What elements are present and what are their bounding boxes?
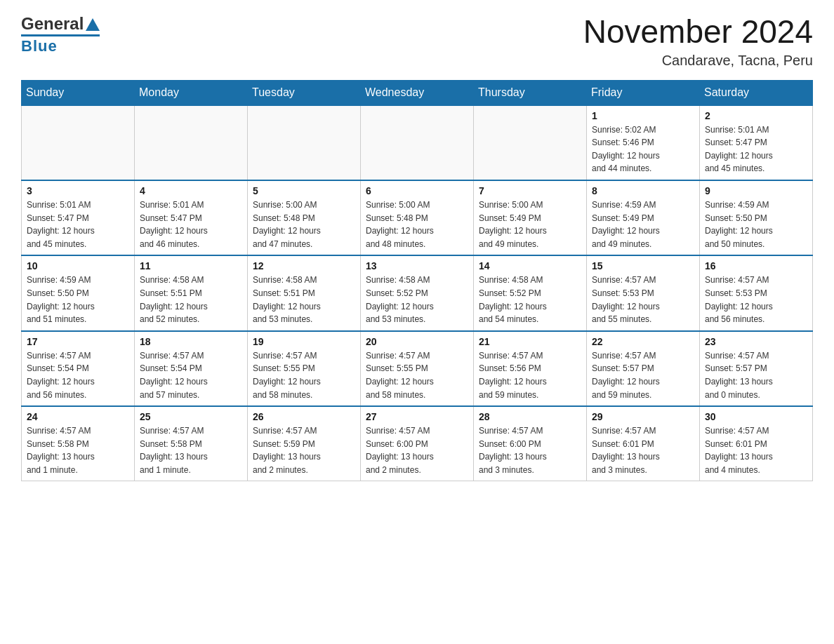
day-info: Sunrise: 4:58 AM Sunset: 5:51 PM Dayligh… [140,274,242,326]
calendar-cell: 8Sunrise: 4:59 AM Sunset: 5:49 PM Daylig… [587,180,700,255]
day-info: Sunrise: 4:57 AM Sunset: 5:57 PM Dayligh… [592,349,694,401]
calendar-subtitle: Candarave, Tacna, Peru [583,53,813,69]
calendar-cell: 2Sunrise: 5:01 AM Sunset: 5:47 PM Daylig… [700,105,813,180]
calendar-cell: 4Sunrise: 5:01 AM Sunset: 5:47 PM Daylig… [135,180,248,255]
day-header-saturday: Saturday [700,80,813,105]
calendar-cell: 22Sunrise: 4:57 AM Sunset: 5:57 PM Dayli… [587,331,700,406]
week-row-5: 24Sunrise: 4:57 AM Sunset: 5:58 PM Dayli… [22,406,813,481]
day-header-tuesday: Tuesday [248,80,361,105]
calendar-cell: 19Sunrise: 4:57 AM Sunset: 5:55 PM Dayli… [248,331,361,406]
day-info: Sunrise: 4:58 AM Sunset: 5:52 PM Dayligh… [366,274,468,326]
day-info: Sunrise: 5:01 AM Sunset: 5:47 PM Dayligh… [27,199,129,250]
calendar-cell: 12Sunrise: 4:58 AM Sunset: 5:51 PM Dayli… [248,255,361,330]
day-number: 28 [479,411,581,422]
day-header-wednesday: Wednesday [361,80,474,105]
calendar-cell: 5Sunrise: 5:00 AM Sunset: 5:48 PM Daylig… [248,180,361,255]
calendar-cell: 25Sunrise: 4:57 AM Sunset: 5:58 PM Dayli… [135,406,248,481]
day-info: Sunrise: 5:01 AM Sunset: 5:47 PM Dayligh… [140,199,242,250]
day-number: 22 [592,336,694,347]
day-info: Sunrise: 5:00 AM Sunset: 5:48 PM Dayligh… [366,199,468,250]
calendar-cell [248,105,361,180]
day-number: 2 [705,110,807,121]
day-info: Sunrise: 5:00 AM Sunset: 5:48 PM Dayligh… [253,199,355,250]
day-number: 16 [705,260,807,271]
day-info: Sunrise: 4:57 AM Sunset: 5:53 PM Dayligh… [592,274,694,326]
calendar-cell [474,105,587,180]
calendar-cell: 18Sunrise: 4:57 AM Sunset: 5:54 PM Dayli… [135,331,248,406]
day-info: Sunrise: 4:59 AM Sunset: 5:50 PM Dayligh… [27,274,129,326]
day-number: 19 [253,336,355,347]
day-number: 27 [366,411,468,422]
calendar-cell: 1Sunrise: 5:02 AM Sunset: 5:46 PM Daylig… [587,105,700,180]
day-info: Sunrise: 4:58 AM Sunset: 5:52 PM Dayligh… [479,274,581,326]
day-number: 25 [140,411,242,422]
day-number: 4 [140,185,242,196]
day-info: Sunrise: 4:57 AM Sunset: 5:58 PM Dayligh… [140,424,242,476]
day-header-row: SundayMondayTuesdayWednesdayThursdayFrid… [22,80,813,105]
calendar-cell: 11Sunrise: 4:58 AM Sunset: 5:51 PM Dayli… [135,255,248,330]
calendar-cell: 3Sunrise: 5:01 AM Sunset: 5:47 PM Daylig… [22,180,135,255]
calendar-cell: 6Sunrise: 5:00 AM Sunset: 5:48 PM Daylig… [361,180,474,255]
day-number: 7 [479,185,581,196]
calendar-cell: 24Sunrise: 4:57 AM Sunset: 5:58 PM Dayli… [22,406,135,481]
calendar-cell: 14Sunrise: 4:58 AM Sunset: 5:52 PM Dayli… [474,255,587,330]
logo-blue-text: Blue [21,34,100,55]
day-number: 13 [366,260,468,271]
day-number: 5 [253,185,355,196]
calendar-cell [361,105,474,180]
calendar-cell: 26Sunrise: 4:57 AM Sunset: 5:59 PM Dayli… [248,406,361,481]
calendar-cell: 10Sunrise: 4:59 AM Sunset: 5:50 PM Dayli… [22,255,135,330]
day-number: 18 [140,336,242,347]
calendar-cell: 15Sunrise: 4:57 AM Sunset: 5:53 PM Dayli… [587,255,700,330]
calendar-cell: 29Sunrise: 4:57 AM Sunset: 6:01 PM Dayli… [587,406,700,481]
calendar-cell: 17Sunrise: 4:57 AM Sunset: 5:54 PM Dayli… [22,331,135,406]
day-info: Sunrise: 4:59 AM Sunset: 5:49 PM Dayligh… [592,199,694,250]
calendar-cell [135,105,248,180]
day-info: Sunrise: 4:57 AM Sunset: 6:01 PM Dayligh… [592,424,694,476]
day-info: Sunrise: 4:59 AM Sunset: 5:50 PM Dayligh… [705,199,807,250]
day-number: 14 [479,260,581,271]
day-info: Sunrise: 4:57 AM Sunset: 5:54 PM Dayligh… [140,349,242,401]
week-row-4: 17Sunrise: 4:57 AM Sunset: 5:54 PM Dayli… [22,331,813,406]
day-info: Sunrise: 4:57 AM Sunset: 5:55 PM Dayligh… [366,349,468,401]
day-number: 1 [592,110,694,121]
week-row-2: 3Sunrise: 5:01 AM Sunset: 5:47 PM Daylig… [22,180,813,255]
day-number: 8 [592,185,694,196]
calendar-cell: 21Sunrise: 4:57 AM Sunset: 5:56 PM Dayli… [474,331,587,406]
logo-general-text: General [21,14,84,34]
logo: General Blue [21,14,100,55]
day-info: Sunrise: 5:00 AM Sunset: 5:49 PM Dayligh… [479,199,581,250]
calendar-title: November 2024 [583,14,813,50]
week-row-3: 10Sunrise: 4:59 AM Sunset: 5:50 PM Dayli… [22,255,813,330]
day-info: Sunrise: 4:57 AM Sunset: 5:56 PM Dayligh… [479,349,581,401]
calendar-cell: 9Sunrise: 4:59 AM Sunset: 5:50 PM Daylig… [700,180,813,255]
calendar-cell: 13Sunrise: 4:58 AM Sunset: 5:52 PM Dayli… [361,255,474,330]
day-info: Sunrise: 4:58 AM Sunset: 5:51 PM Dayligh… [253,274,355,326]
calendar-cell: 20Sunrise: 4:57 AM Sunset: 5:55 PM Dayli… [361,331,474,406]
calendar-cell: 7Sunrise: 5:00 AM Sunset: 5:49 PM Daylig… [474,180,587,255]
day-info: Sunrise: 4:57 AM Sunset: 6:01 PM Dayligh… [705,424,807,476]
calendar-cell: 28Sunrise: 4:57 AM Sunset: 6:00 PM Dayli… [474,406,587,481]
day-info: Sunrise: 4:57 AM Sunset: 5:59 PM Dayligh… [253,424,355,476]
day-header-monday: Monday [135,80,248,105]
day-number: 6 [366,185,468,196]
day-number: 26 [253,411,355,422]
calendar-cell [22,105,135,180]
day-number: 20 [366,336,468,347]
day-number: 15 [592,260,694,271]
calendar-cell: 16Sunrise: 4:57 AM Sunset: 5:53 PM Dayli… [700,255,813,330]
logo-top-row: General [21,14,100,34]
title-area: November 2024 Candarave, Tacna, Peru [583,14,813,69]
day-number: 17 [27,336,129,347]
day-number: 23 [705,336,807,347]
calendar-cell: 27Sunrise: 4:57 AM Sunset: 6:00 PM Dayli… [361,406,474,481]
calendar-cell: 23Sunrise: 4:57 AM Sunset: 5:57 PM Dayli… [700,331,813,406]
day-info: Sunrise: 4:57 AM Sunset: 5:54 PM Dayligh… [27,349,129,401]
day-info: Sunrise: 4:57 AM Sunset: 5:57 PM Dayligh… [705,349,807,401]
week-row-1: 1Sunrise: 5:02 AM Sunset: 5:46 PM Daylig… [22,105,813,180]
day-number: 21 [479,336,581,347]
day-info: Sunrise: 5:01 AM Sunset: 5:47 PM Dayligh… [705,123,807,175]
logo-triangle-icon [86,18,100,31]
header: General Blue November 2024 Candarave, Ta… [21,14,813,69]
day-info: Sunrise: 5:02 AM Sunset: 5:46 PM Dayligh… [592,123,694,175]
